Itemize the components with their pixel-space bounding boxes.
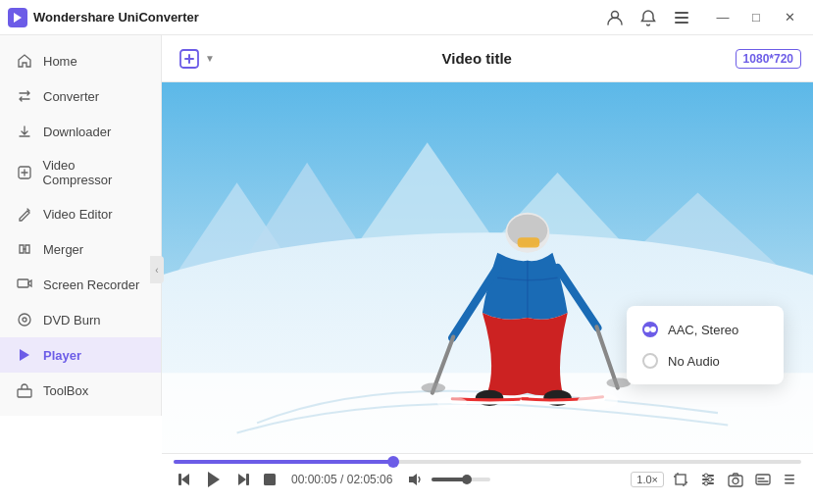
svg-point-49 (708, 478, 712, 481)
audio-label-no-audio: No Audio (668, 354, 720, 369)
svg-marker-33 (181, 474, 189, 485)
stop-button[interactable] (260, 471, 279, 488)
svg-rect-10 (18, 389, 31, 397)
sidebar-wrapper: Home Converter Downloader Video Compress… (0, 35, 162, 504)
maximize-button[interactable]: □ (740, 2, 772, 33)
audio-dropdown: AAC, Stereo No Audio (627, 306, 784, 384)
sidebar-item-video-compressor[interactable]: Video Compressor (0, 149, 161, 196)
volume-slider[interactable] (432, 478, 490, 481)
minimize-button[interactable]: — (707, 2, 738, 33)
recorder-icon (16, 276, 33, 293)
next-frame-button[interactable] (232, 470, 254, 489)
sidebar-item-merger[interactable]: Merger (0, 231, 161, 267)
sidebar-item-label-player: Player (43, 348, 81, 363)
app-name: Wondershare UniConverter (33, 10, 199, 25)
logo-icon (8, 8, 27, 27)
audio-label-aac: AAC, Stereo (668, 323, 738, 337)
svg-point-48 (704, 474, 708, 478)
svg-point-8 (23, 318, 26, 322)
volume-button[interactable] (404, 470, 426, 489)
window-controls: — □ ✕ (707, 2, 805, 33)
progress-bar-row (170, 454, 805, 466)
svg-rect-37 (246, 474, 249, 485)
sidebar-item-converter[interactable]: Converter (0, 78, 161, 114)
sidebar-collapse-button[interactable]: ‹ (150, 256, 164, 283)
controls-row: 00:00:05 / 02:05:06 1.0× (170, 466, 805, 493)
converter-icon (16, 87, 33, 105)
snapshot-button[interactable] (725, 470, 746, 489)
audio-option-no-audio[interactable]: No Audio (627, 345, 784, 377)
svg-rect-34 (178, 474, 181, 485)
video-scene (162, 82, 813, 453)
volume-thumb (462, 475, 472, 484)
downloader-icon (16, 123, 33, 140)
sidebar-item-home[interactable]: Home (0, 43, 161, 78)
speed-badge[interactable]: 1.0× (631, 472, 664, 487)
svg-rect-57 (785, 479, 794, 480)
progress-track[interactable] (174, 460, 801, 464)
title-bar-icons (601, 4, 695, 31)
svg-rect-4 (675, 22, 688, 24)
sidebar-item-screen-recorder[interactable]: Screen Recorder (0, 267, 161, 302)
resolution-badge: 1080*720 (736, 49, 801, 69)
time-total: 02:05:06 (347, 473, 393, 486)
profile-button[interactable] (601, 4, 629, 31)
playlist-button[interactable] (780, 470, 801, 489)
menu-button[interactable] (668, 4, 695, 31)
sidebar-item-video-editor[interactable]: Video Editor (0, 196, 161, 231)
player-icon (16, 346, 33, 364)
audio-tracks-button[interactable] (697, 470, 719, 489)
sidebar-item-label-editor: Video Editor (43, 207, 113, 222)
svg-rect-53 (756, 475, 770, 484)
player-header: ▼ Video title 1080*720 (162, 35, 813, 82)
app-logo: Wondershare UniConverter (8, 8, 199, 27)
sidebar-item-label-toolbox: ToolBox (43, 383, 88, 398)
merger-icon (16, 240, 33, 258)
video-area: AAC, Stereo No Audio (162, 82, 813, 453)
svg-rect-51 (729, 476, 742, 486)
close-button[interactable]: ✕ (774, 2, 805, 33)
svg-point-31 (578, 393, 618, 409)
title-bar: Wondershare UniConverter — □ ✕ (0, 0, 813, 35)
add-file-button[interactable]: ▼ (174, 43, 219, 75)
sidebar-item-label-downloader: Downloader (43, 125, 111, 139)
svg-point-32 (437, 397, 468, 409)
svg-rect-40 (676, 475, 686, 484)
subtitle-button[interactable] (752, 470, 774, 489)
progress-thumb (387, 456, 399, 468)
svg-rect-6 (18, 279, 28, 287)
sidebar-item-label-recorder: Screen Recorder (43, 277, 139, 292)
svg-point-50 (704, 481, 708, 485)
sidebar-item-label-dvd: DVD Burn (43, 313, 101, 328)
main-layout: Home Converter Downloader Video Compress… (0, 35, 813, 504)
time-display: 00:00:05 / 02:05:06 (291, 473, 392, 486)
play-button[interactable] (201, 468, 227, 491)
notification-button[interactable] (635, 4, 662, 31)
radio-aac-stereo (642, 322, 658, 337)
sidebar-item-dvd-burn[interactable]: DVD Burn (0, 302, 161, 337)
time-current: 00:00:05 (291, 473, 337, 486)
sidebar-item-downloader[interactable]: Downloader (0, 114, 161, 149)
video-title: Video title (219, 50, 736, 67)
svg-marker-36 (238, 474, 246, 485)
compressor-icon (16, 164, 33, 181)
svg-marker-35 (208, 472, 220, 487)
svg-rect-22 (518, 237, 539, 247)
sidebar-item-label-converter: Converter (43, 89, 99, 104)
toolbox-icon (16, 381, 33, 399)
sidebar-item-label-home: Home (43, 54, 77, 69)
home-icon (16, 52, 33, 70)
prev-frame-button[interactable] (174, 470, 195, 489)
svg-point-25 (422, 382, 446, 392)
sidebar-item-player[interactable]: Player (0, 337, 161, 373)
svg-point-7 (19, 314, 30, 326)
progress-fill (174, 460, 393, 464)
svg-marker-39 (409, 474, 417, 485)
sidebar-item-label-compressor: Video Compressor (43, 158, 145, 187)
editor-icon (16, 205, 33, 223)
crop-button[interactable] (670, 470, 691, 489)
sidebar-item-toolbox[interactable]: ToolBox (0, 373, 161, 408)
add-file-dropdown-arrow: ▼ (205, 53, 215, 64)
svg-rect-2 (675, 12, 688, 14)
audio-option-aac-stereo[interactable]: AAC, Stereo (627, 314, 784, 345)
